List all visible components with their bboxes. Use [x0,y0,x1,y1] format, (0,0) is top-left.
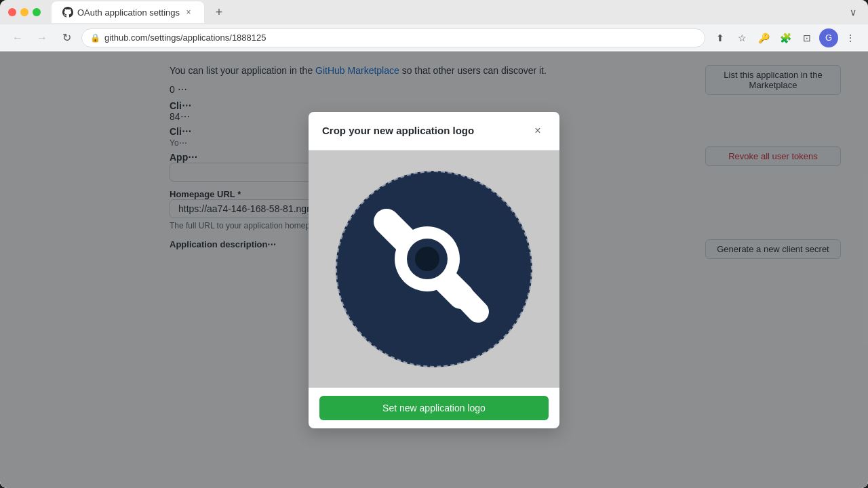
address-bar[interactable]: 🔒 github.com/settings/applications/18881… [81,28,705,47]
lock-icon: 🔒 [90,33,100,43]
extensions-button[interactable]: 🧩 [776,28,795,47]
svg-line-4 [449,281,478,312]
address-text: github.com/settings/applications/1888125 [104,33,267,43]
more-menu-button[interactable]: ⋮ [841,28,860,47]
crop-area[interactable] [309,150,559,388]
active-tab[interactable]: OAuth application settings × [52,1,204,23]
modal-overlay[interactable]: Crop your new application logo × [0,52,868,488]
refresh-button[interactable]: ↻ [57,28,76,47]
password-button[interactable]: 🔑 [754,28,773,47]
minimize-window-button[interactable] [20,8,28,16]
close-window-button[interactable] [8,8,16,16]
modal-header: Crop your new application logo × [309,112,559,150]
page-background: You can list your application in the Git… [0,52,868,488]
fullscreen-window-button[interactable] [33,8,41,16]
new-tab-button[interactable]: + [210,3,229,22]
tab-close-button[interactable]: × [184,7,193,17]
tab-bar: OAuth application settings × + [52,1,841,23]
tab-title: OAuth application settings [77,7,180,18]
share-button[interactable]: ⬆ [711,28,730,47]
github-tab-icon [62,7,73,18]
set-logo-button[interactable]: Set new application logo [319,396,549,420]
profile-button[interactable]: G [819,28,838,47]
modal-close-button[interactable]: × [530,123,546,139]
logo-preview [336,171,532,367]
nav-actions: ⬆ ☆ 🔑 🧩 ⊡ G ⋮ [711,28,860,47]
modal-footer: Set new application logo [309,388,559,428]
crop-logo-modal: Crop your new application logo × [309,112,559,428]
modal-title: Crop your new application logo [322,125,474,136]
title-bar: OAuth application settings × + ∨ [0,0,868,24]
page-content: You can list your application in the Git… [0,52,868,488]
modal-body [309,150,559,388]
back-button[interactable]: ← [8,28,27,47]
svg-point-3 [415,247,439,271]
window-controls[interactable]: ∨ [846,7,860,18]
bookmark-button[interactable]: ☆ [732,28,751,47]
browser-window: OAuth application settings × + ∨ ← → ↻ 🔒… [0,0,868,488]
sidebar-toggle-button[interactable]: ⊡ [797,28,816,47]
forward-button[interactable]: → [33,28,52,47]
logo-image [366,201,502,337]
traffic-lights [8,8,41,16]
nav-bar: ← → ↻ 🔒 github.com/settings/applications… [0,24,868,52]
